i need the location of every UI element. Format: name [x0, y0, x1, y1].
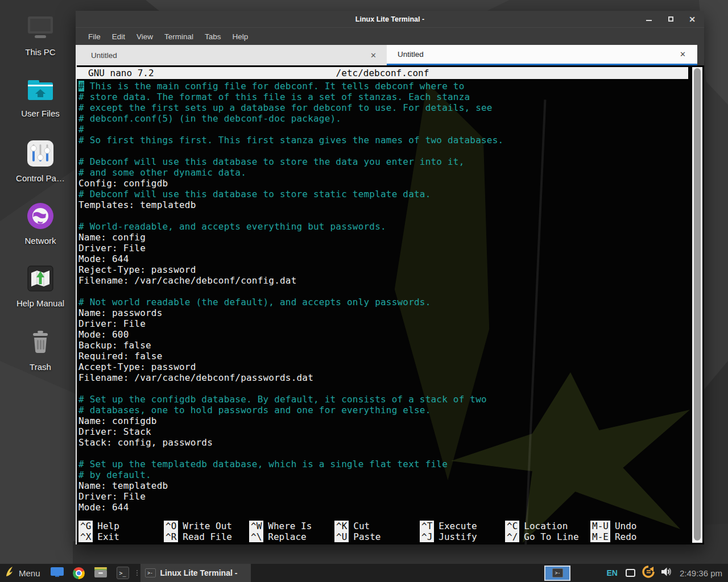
tab-close-icon[interactable]: ✕	[368, 51, 379, 60]
shortcut-key: M-E	[590, 531, 610, 542]
keyboard-layout-indicator[interactable]: EN	[602, 568, 621, 577]
editor-line: # Debconf will use this database to stor…	[77, 189, 688, 199]
editor-line: Name: config	[77, 232, 688, 243]
tab-bar-filler	[697, 45, 704, 65]
desktop-icon-label: Control Pa…	[16, 173, 65, 183]
tab-close-icon[interactable]: ✕	[677, 50, 688, 59]
terminal-launcher[interactable]: >_	[112, 564, 134, 582]
menu-item-edit[interactable]: Edit	[106, 32, 131, 41]
desktop-icon-user-files[interactable]: User Files	[7, 77, 74, 118]
window-tray-icon[interactable]	[626, 569, 635, 577]
update-notifier[interactable]	[639, 564, 657, 582]
clock[interactable]: 2:49:36 pm	[675, 568, 728, 578]
desktop-icon-control-panel[interactable]: Control Pa…	[7, 140, 74, 183]
editor-line: Templates: templatedb	[77, 199, 688, 210]
editor-line: Mode: 644	[77, 253, 688, 264]
shortcut-key: ^T	[420, 521, 434, 531]
workspace-pager[interactable]: >-	[544, 566, 570, 581]
volume-control[interactable]	[657, 564, 675, 582]
tab-untitled-1[interactable]: Untitled ✕	[76, 45, 387, 65]
speaker-icon	[660, 566, 672, 580]
shortcut-go-to-line: ^/Go To Line	[503, 531, 589, 542]
editor-line: Driver: Stack	[77, 426, 688, 437]
menu-item-tabs[interactable]: Tabs	[199, 32, 227, 41]
editor-line: # So first things first. This first stan…	[77, 135, 688, 146]
shortcut-label: Paste	[353, 531, 380, 542]
tab-label: Untitled	[387, 50, 424, 59]
menu-item-help[interactable]: Help	[227, 32, 254, 41]
shortcut-label: Cut	[353, 521, 370, 531]
shortcut-exit: ^XExit	[77, 531, 162, 542]
menu-item-terminal[interactable]: Terminal	[159, 32, 199, 41]
desktop-icon-label: Network	[24, 236, 56, 246]
shortcut-redo: M-ERedo	[589, 531, 674, 542]
chrome-launcher[interactable]	[68, 564, 89, 582]
menu-item-view[interactable]: View	[131, 32, 159, 41]
desktop-icon-network[interactable]: Network	[7, 202, 74, 246]
user-files-folder-icon	[26, 77, 55, 105]
desktop-icon-label: Trash	[30, 362, 51, 372]
shortcut-location: ^CLocation	[503, 521, 589, 531]
window-titlebar[interactable]: Linux Lite Terminal - ✕	[76, 11, 704, 27]
shortcut-label: Write Out	[183, 521, 232, 531]
tab-untitled-2[interactable]: Untitled ✕	[387, 45, 697, 65]
shortcut-help: ^GHelp	[77, 521, 162, 531]
editor-line: Config: configdb	[77, 178, 688, 189]
editor-line	[77, 210, 688, 221]
nano-titlebar: GNU nano 7.2 /etc/debconf.conf	[77, 67, 688, 79]
editor-line: Filename: /var/cache/debconf/passwords.d…	[77, 372, 688, 383]
shortcut-key: ^X	[78, 531, 93, 542]
editor-line: Filename: /var/cache/debconf/config.dat	[77, 275, 688, 286]
editor-line: Mode: 600	[77, 329, 688, 340]
shortcut-key: ^R	[164, 531, 178, 542]
shortcut-label: Read File	[183, 531, 232, 542]
desktop-icon-blue	[51, 567, 64, 579]
editor-line	[77, 146, 688, 156]
nano-file-path: /etc/debconf.conf	[77, 67, 688, 79]
desktop-icon-label: User Files	[21, 109, 60, 118]
shortcut-label: Location	[524, 521, 568, 531]
editor-line: Name: configdb	[77, 415, 688, 426]
desktop-icon-this-pc[interactable]: This PC	[7, 15, 74, 57]
start-menu-button[interactable]: Menu	[0, 564, 46, 582]
shortcut-key: ^U	[334, 531, 349, 542]
menubar: FileEditViewTerminalTabsHelp	[76, 27, 704, 45]
desktop-icon-label: This PC	[25, 47, 55, 57]
desktop-icon-help-manual[interactable]: Help Manual	[7, 265, 74, 308]
taskbar-separator-handle[interactable]	[135, 566, 139, 580]
control-panel-sliders-icon	[27, 140, 54, 169]
shortcut-replace: ^\Replace	[247, 531, 333, 542]
nano-shortcuts: ^GHelp^OWrite Out^WWhere Is^KCut^TExecut…	[77, 521, 688, 542]
terminal-icon: >-	[145, 568, 156, 577]
editor-line: # Set up the templatedb database, which …	[77, 459, 688, 469]
shortcut-label: Exit	[97, 531, 119, 542]
editor-line	[77, 448, 688, 459]
linux-lite-logo-icon	[5, 566, 15, 580]
file-manager-icon	[94, 566, 107, 580]
close-button[interactable]: ✕	[688, 15, 696, 23]
scrollbar-thumb[interactable]	[694, 68, 701, 541]
shortcut-key: M-U	[590, 521, 610, 531]
menu-item-file[interactable]: File	[82, 32, 106, 41]
desktop-icon-label: Help Manual	[16, 298, 64, 308]
maximize-button[interactable]	[667, 15, 675, 23]
terminal-scrollbar[interactable]	[692, 67, 702, 543]
shortcut-key: ^O	[164, 521, 178, 531]
shortcut-label: Go To Line	[524, 531, 578, 542]
terminal-content[interactable]: GNU nano 7.2 /etc/debconf.conf # This is…	[76, 65, 704, 544]
taskbar-window-button[interactable]: >- Linux Lite Terminal -	[140, 564, 251, 582]
shortcut-key: ^K	[334, 521, 349, 531]
editor-line: # debconf.conf(5) (in the debconf-doc pa…	[77, 113, 688, 124]
shortcut-label: Where Is	[268, 521, 312, 531]
show-desktop-button[interactable]	[46, 564, 68, 582]
text-cursor: #	[78, 81, 84, 92]
shortcut-label: Replace	[268, 531, 306, 542]
desktop-icon-trash[interactable]: Trash	[7, 329, 74, 372]
editor-line: # by default.	[77, 469, 688, 480]
minimize-button[interactable]	[645, 15, 653, 23]
taskbar-window-label: Linux Lite Terminal -	[160, 568, 238, 577]
editor-line: # Not world readable (the default), and …	[77, 297, 688, 307]
editor-line	[77, 383, 688, 394]
file-manager-launcher[interactable]	[89, 564, 112, 582]
shortcut-read-file: ^RRead File	[162, 531, 247, 542]
